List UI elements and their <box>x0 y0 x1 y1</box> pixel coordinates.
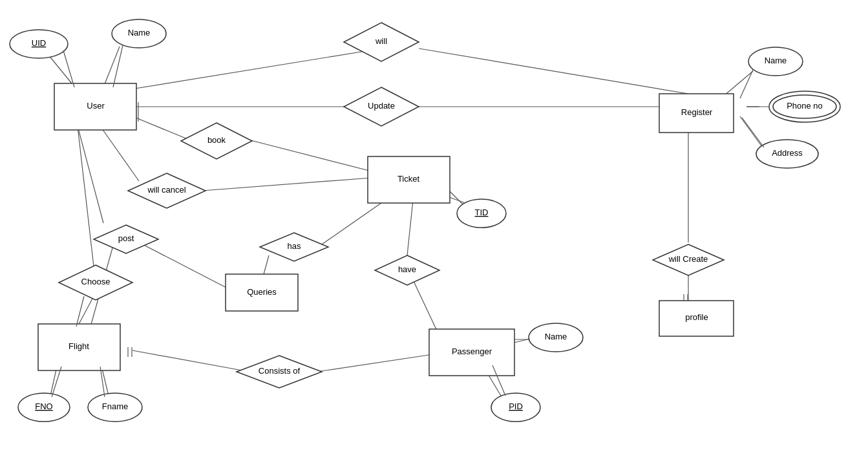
entity-user: User <box>54 83 136 130</box>
svg-text:Address: Address <box>772 148 803 158</box>
relationship-book: book <box>181 123 252 159</box>
svg-text:Phone no: Phone no <box>787 101 823 111</box>
weak-entity-queries: Queries <box>226 274 298 311</box>
svg-text:post: post <box>118 233 134 243</box>
svg-text:Queries: Queries <box>247 287 277 297</box>
svg-line-111 <box>449 197 465 203</box>
svg-line-9 <box>132 116 187 139</box>
svg-line-14 <box>78 126 103 223</box>
entity-flight: Flight <box>38 324 120 370</box>
attribute-address: Address <box>756 140 818 168</box>
relationship-update: Update <box>344 87 419 126</box>
entity-passenger: Passenger <box>429 329 514 376</box>
svg-line-23 <box>132 350 242 370</box>
attribute-phone-no: Phone no <box>769 91 840 122</box>
attribute-register-name: Name <box>748 47 803 76</box>
attribute-user-name: Name <box>112 19 166 48</box>
relationship-has: has <box>260 233 328 261</box>
svg-line-10 <box>246 139 372 171</box>
attribute-tid: TID <box>457 199 506 228</box>
svg-line-108 <box>740 70 753 98</box>
er-diagram-container: User Ticket Register profile Flight <box>0 0 868 450</box>
attribute-uid: UID <box>10 30 68 58</box>
relationship-will: will <box>344 23 419 61</box>
attribute-fname: Fname <box>88 393 142 422</box>
svg-line-1 <box>103 47 120 87</box>
svg-text:will cancel: will cancel <box>147 185 185 195</box>
svg-text:profile: profile <box>685 312 708 322</box>
svg-text:User: User <box>87 101 105 111</box>
er-diagram-svg: User Ticket Register profile Flight <box>0 0 868 450</box>
svg-line-6 <box>724 71 753 96</box>
svg-text:have: have <box>398 264 416 274</box>
svg-line-106 <box>63 50 74 87</box>
relationship-will-cancel: will cancel <box>128 173 206 208</box>
svg-text:TID: TID <box>475 208 489 217</box>
svg-line-18 <box>78 126 94 266</box>
entity-register: Register <box>659 94 734 133</box>
attribute-pid: PID <box>491 393 540 422</box>
svg-text:Name: Name <box>545 332 567 341</box>
svg-text:book: book <box>207 135 226 145</box>
svg-text:Name: Name <box>128 28 151 38</box>
svg-line-110 <box>742 118 764 147</box>
svg-line-15 <box>139 242 233 291</box>
svg-text:Passenger: Passenger <box>452 347 492 356</box>
svg-text:will: will <box>375 36 387 46</box>
svg-text:has: has <box>288 241 301 251</box>
svg-text:Update: Update <box>368 101 395 111</box>
relationship-post: post <box>94 225 158 253</box>
svg-line-24 <box>317 354 433 372</box>
svg-text:Name: Name <box>765 56 787 65</box>
svg-text:Ticket: Ticket <box>397 174 420 184</box>
svg-text:PID: PID <box>509 402 523 411</box>
relationship-consists-of: Consists of <box>237 356 322 388</box>
svg-text:UID: UID <box>32 38 46 48</box>
svg-line-26 <box>414 281 439 336</box>
svg-text:Flight: Flight <box>69 341 89 351</box>
relationship-choose: Choose <box>59 265 132 300</box>
svg-line-3 <box>419 48 688 94</box>
svg-text:Consists of: Consists of <box>259 366 301 376</box>
attribute-fno: FNO <box>18 393 70 422</box>
svg-text:will Create: will Create <box>668 254 708 264</box>
entity-profile: profile <box>659 301 734 336</box>
svg-text:FNO: FNO <box>35 402 52 411</box>
relationship-have: have <box>375 255 439 285</box>
relationship-will-create: will Create <box>653 244 724 275</box>
svg-line-2 <box>123 48 381 91</box>
svg-line-12 <box>100 126 139 181</box>
entity-ticket: Ticket <box>368 156 450 203</box>
svg-line-13 <box>202 178 372 191</box>
svg-text:Fname: Fname <box>102 402 128 411</box>
attribute-passenger-name: Name <box>529 323 583 352</box>
svg-text:Choose: Choose <box>81 277 111 286</box>
svg-text:Register: Register <box>681 107 713 117</box>
